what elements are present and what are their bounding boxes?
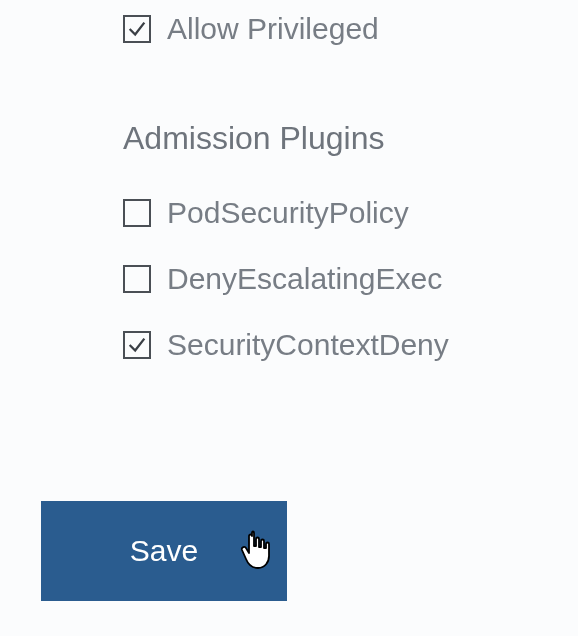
save-button-label: Save xyxy=(130,534,198,568)
allow-privileged-option: Allow Privileged xyxy=(123,12,379,46)
allow-privileged-label: Allow Privileged xyxy=(167,12,379,46)
plugin-label: PodSecurityPolicy xyxy=(167,196,409,230)
plugin-checkbox-podsecuritypolicy[interactable] xyxy=(123,199,151,227)
plugin-option-podsecuritypolicy: PodSecurityPolicy xyxy=(123,196,449,230)
plugin-option-securitycontextdeny: SecurityContextDeny xyxy=(123,328,449,362)
plugin-checkbox-denyescalatingexec[interactable] xyxy=(123,265,151,293)
save-button[interactable]: Save xyxy=(41,501,287,601)
admission-plugins-list: PodSecurityPolicy DenyEscalatingExec Sec… xyxy=(123,196,449,394)
plugin-option-denyescalatingexec: DenyEscalatingExec xyxy=(123,262,449,296)
plugin-checkbox-securitycontextdeny[interactable] xyxy=(123,331,151,359)
plugin-label: SecurityContextDeny xyxy=(167,328,449,362)
admission-plugins-heading: Admission Plugins xyxy=(123,120,384,157)
plugin-label: DenyEscalatingExec xyxy=(167,262,442,296)
check-icon xyxy=(126,18,148,40)
check-icon xyxy=(126,334,148,356)
allow-privileged-checkbox[interactable] xyxy=(123,15,151,43)
